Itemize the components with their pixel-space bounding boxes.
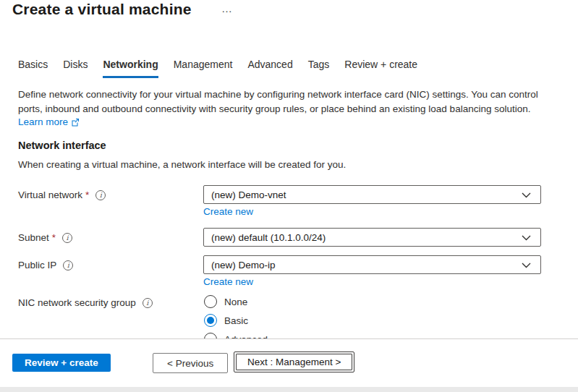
tab-basics[interactable]: Basics xyxy=(18,59,48,78)
virtual-network-value: (new) Demo-vnet xyxy=(211,189,286,200)
wizard-content: Create a virtual machine … Basics Disks … xyxy=(0,0,578,338)
subnet-value: (new) default (10.1.0.0/24) xyxy=(211,232,326,243)
radio-label: Basic xyxy=(224,315,248,326)
chevron-down-icon xyxy=(522,263,531,268)
tab-management[interactable]: Management xyxy=(174,59,233,78)
virtual-network-create-new-link[interactable]: Create new xyxy=(203,206,253,217)
tab-bar: Basics Disks Networking Management Advan… xyxy=(18,59,417,78)
virtual-network-label: Virtual network * i xyxy=(18,189,106,200)
required-marker: * xyxy=(85,189,89,200)
radio-icon xyxy=(204,295,217,308)
previous-button[interactable]: < Previous xyxy=(153,353,228,373)
radio-nsg-none[interactable]: None xyxy=(204,295,247,308)
info-icon[interactable]: i xyxy=(63,260,73,270)
review-create-button[interactable]: Review + create xyxy=(12,354,111,372)
public-ip-create-new-link[interactable]: Create new xyxy=(203,276,253,287)
subnet-dropdown[interactable]: (new) default (10.1.0.0/24) xyxy=(203,228,541,247)
learn-more-link[interactable]: Learn more xyxy=(18,116,80,127)
nic-nsg-label-text: NIC network security group xyxy=(18,297,136,308)
chevron-down-icon xyxy=(522,235,531,241)
tab-tags[interactable]: Tags xyxy=(308,59,330,78)
radio-selected-icon xyxy=(204,314,217,327)
tab-review-create[interactable]: Review + create xyxy=(344,59,417,78)
info-icon[interactable]: i xyxy=(62,233,72,243)
next-management-button[interactable]: Next : Management > xyxy=(234,351,354,372)
chevron-down-icon xyxy=(522,192,531,198)
networking-description: Define network connectivity for your vir… xyxy=(18,88,551,116)
nic-nsg-label: NIC network security group i xyxy=(18,297,153,308)
page-title: Create a virtual machine xyxy=(12,1,192,18)
subnet-label: Subnet * i xyxy=(18,232,72,243)
virtual-network-dropdown[interactable]: (new) Demo-vnet xyxy=(203,185,541,204)
next-management-button-label: Next : Management > xyxy=(236,354,352,370)
public-ip-value: (new) Demo-ip xyxy=(211,260,276,270)
tab-advanced[interactable]: Advanced xyxy=(247,59,292,78)
radio-label: None xyxy=(224,297,247,307)
footer-divider xyxy=(0,338,578,339)
public-ip-label-text: Public IP xyxy=(18,260,56,270)
radio-nsg-advanced[interactable]: Advanced xyxy=(204,333,268,338)
info-icon[interactable]: i xyxy=(143,298,153,308)
info-icon[interactable]: i xyxy=(95,190,106,200)
tab-networking[interactable]: Networking xyxy=(103,59,158,78)
learn-more-label: Learn more xyxy=(18,116,68,127)
bottom-window-edge xyxy=(0,387,578,392)
more-options-button[interactable]: … xyxy=(221,2,233,14)
required-marker: * xyxy=(52,232,56,243)
create-vm-page: Create a virtual machine … Basics Disks … xyxy=(0,0,578,392)
public-ip-dropdown[interactable]: (new) Demo-ip xyxy=(203,255,541,274)
external-link-icon xyxy=(71,118,80,127)
section-heading: Network interface xyxy=(18,140,106,151)
tab-disks[interactable]: Disks xyxy=(63,59,88,78)
radio-icon xyxy=(204,333,217,338)
section-subtext: When creating a virtual machine, a netwo… xyxy=(18,159,346,170)
virtual-network-label-text: Virtual network xyxy=(18,189,82,200)
radio-nsg-basic[interactable]: Basic xyxy=(204,314,248,327)
public-ip-label: Public IP i xyxy=(18,260,73,270)
subnet-label-text: Subnet xyxy=(18,232,49,243)
